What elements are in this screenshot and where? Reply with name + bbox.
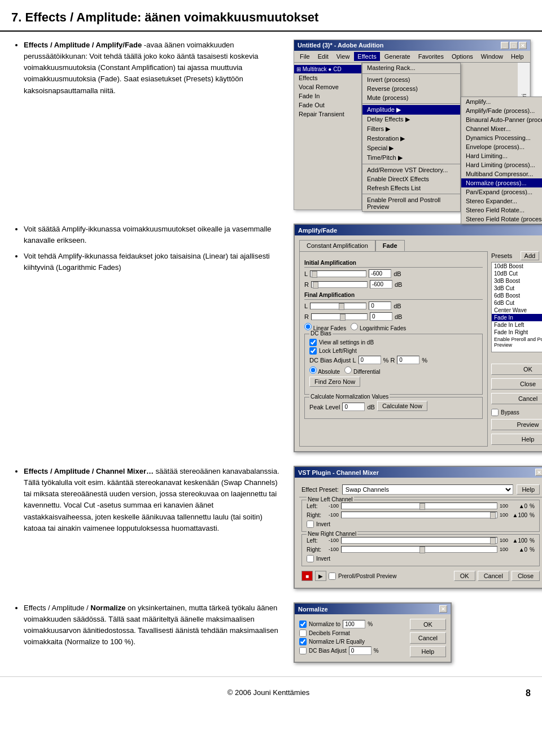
preset-preroll[interactable]: Enable Preroll and Postroll Preview bbox=[492, 336, 542, 348]
sub-stereoexp[interactable]: Stereo Expander... bbox=[461, 196, 542, 206]
absolute-radio[interactable] bbox=[309, 366, 317, 374]
sub-amplify[interactable]: Amplify... bbox=[461, 97, 542, 106]
sub-hardlim[interactable]: Hard Limiting... bbox=[461, 151, 542, 160]
close-btn[interactable]: ✕ bbox=[519, 42, 527, 49]
left-left-slider[interactable] bbox=[341, 502, 497, 509]
ok-btn[interactable]: OK bbox=[491, 364, 542, 375]
sub-normalize[interactable]: Normalize (process)... bbox=[461, 178, 542, 187]
channel-ok-btn[interactable]: OK bbox=[454, 571, 475, 581]
stop-btn[interactable]: ■ bbox=[301, 571, 313, 581]
tab-fade[interactable]: Fade bbox=[375, 240, 405, 251]
sub-stereorot[interactable]: Stereo Field Rotate... bbox=[461, 206, 542, 215]
close-btn[interactable]: Close bbox=[491, 378, 542, 390]
sub-multiband[interactable]: Multiband Compressor... bbox=[461, 169, 542, 178]
menu-mute[interactable]: Mute (process) bbox=[362, 93, 460, 102]
final-R-input[interactable] bbox=[370, 312, 392, 321]
norm-lr-checkbox[interactable] bbox=[299, 638, 307, 645]
menu-amplitude[interactable]: Amplitude ▶ bbox=[362, 105, 460, 115]
menu-timepitch[interactable]: Time/Pitch ▶ bbox=[362, 153, 460, 163]
view-all-checkbox[interactable] bbox=[309, 339, 317, 346]
preroll-checkbox[interactable] bbox=[329, 573, 336, 580]
menu-help[interactable]: Help bbox=[508, 52, 527, 61]
menu-filters[interactable]: Filters ▶ bbox=[362, 124, 460, 134]
preset-fade-in[interactable]: Fade In bbox=[492, 314, 542, 321]
calc-now-btn[interactable]: Calculate Now bbox=[377, 401, 427, 411]
sub-channelmixer[interactable]: Channel Mixer... bbox=[461, 124, 542, 133]
menu-invert[interactable]: Invert (process) bbox=[362, 75, 460, 84]
init-R-slider[interactable] bbox=[311, 281, 368, 288]
menu-preroll[interactable]: Enable Preroll and Postroll Preview bbox=[362, 195, 460, 211]
sub-dynamics[interactable]: Dynamics Processing... bbox=[461, 133, 542, 142]
final-R-slider[interactable] bbox=[311, 313, 368, 320]
invert1-checkbox[interactable] bbox=[307, 521, 314, 528]
menu-window[interactable]: Window bbox=[478, 52, 506, 61]
preset-fade-in-right[interactable]: Fade In Right bbox=[492, 329, 542, 336]
play-btn[interactable]: ▶ bbox=[315, 571, 326, 581]
menu-generate[interactable]: Generate bbox=[381, 52, 414, 61]
ch-close[interactable]: ✕ bbox=[535, 469, 542, 476]
init-L-input[interactable] bbox=[369, 269, 391, 278]
left-right-slider[interactable] bbox=[341, 512, 497, 518]
menu-file[interactable]: File bbox=[296, 52, 313, 61]
panel-fadein[interactable]: Fade In bbox=[294, 91, 361, 100]
menu-options[interactable]: Options bbox=[448, 52, 477, 61]
bypass-checkbox[interactable] bbox=[491, 409, 499, 416]
right-left-slider[interactable] bbox=[341, 537, 497, 544]
menu-refresh[interactable]: Refresh Effects List bbox=[362, 183, 460, 193]
find-zero-btn[interactable]: Find Zero Now bbox=[309, 377, 360, 387]
init-R-input[interactable] bbox=[370, 280, 392, 289]
minimize-btn[interactable]: _ bbox=[501, 42, 509, 49]
channel-cancel-btn[interactable]: Cancel bbox=[478, 571, 509, 581]
menu-directx[interactable]: Enable DirectX Effects bbox=[362, 174, 460, 183]
sub-stereorotproc[interactable]: Stereo Field Rotate (process)... bbox=[461, 215, 542, 224]
preset-10db-cut[interactable]: 10dB Cut bbox=[492, 270, 542, 277]
norm-help-btn[interactable]: Help bbox=[410, 646, 446, 657]
preset-6db-cut[interactable]: 6dB Cut bbox=[492, 299, 542, 307]
preset-6db-boost[interactable]: 6dB Boost bbox=[492, 292, 542, 299]
panel-repair[interactable]: Repair Transient bbox=[294, 110, 361, 119]
channel-help-btn[interactable]: Help bbox=[517, 484, 540, 495]
decibels-checkbox[interactable] bbox=[299, 630, 307, 637]
multitrack-btn[interactable]: ⊞ Multitrack ● CD bbox=[294, 65, 361, 73]
panel-vocal[interactable]: Vocal Remove bbox=[294, 82, 361, 91]
presets-add-btn[interactable]: Add bbox=[521, 251, 540, 260]
peak-level-input[interactable] bbox=[342, 403, 365, 411]
norm-close[interactable]: ✕ bbox=[439, 605, 447, 613]
effect-preset-select[interactable]: Swap Channels bbox=[342, 484, 514, 495]
tab-constant[interactable]: Constant Amplification bbox=[299, 240, 375, 251]
sub-amplifyfade[interactable]: Amplify/Fade (process)... bbox=[461, 106, 542, 115]
menu-special[interactable]: Special ▶ bbox=[362, 143, 460, 153]
final-L-input[interactable] bbox=[369, 301, 391, 310]
channel-close-btn[interactable]: Close bbox=[512, 571, 540, 581]
norm-ok-btn[interactable]: OK bbox=[410, 619, 446, 630]
final-L-slider[interactable] bbox=[310, 303, 366, 309]
right-right-slider[interactable] bbox=[341, 546, 497, 553]
differential-radio[interactable] bbox=[344, 366, 352, 374]
preset-fade-in-left[interactable]: Fade In Left bbox=[492, 321, 542, 329]
norm-cancel-btn[interactable]: Cancel bbox=[410, 632, 446, 644]
preset-3db-cut[interactable]: 3dB Cut bbox=[492, 285, 542, 292]
help-btn[interactable]: Help bbox=[491, 434, 542, 445]
sub-binaural[interactable]: Binaural Auto-Panner (process)... bbox=[461, 115, 542, 124]
preset-3db-boost[interactable]: 3dB Boost bbox=[492, 277, 542, 285]
panel-fadeout[interactable]: Fade Out bbox=[294, 100, 361, 110]
dc-adjust-L[interactable] bbox=[359, 356, 381, 364]
invert2-checkbox[interactable] bbox=[307, 555, 314, 562]
cancel-btn[interactable]: Cancel bbox=[491, 393, 542, 404]
norm-to-input[interactable] bbox=[343, 620, 365, 628]
dc-bias-norm-input[interactable] bbox=[349, 646, 371, 655]
dc-bias-norm-checkbox[interactable] bbox=[299, 647, 307, 654]
menu-vst[interactable]: Add/Remove VST Directory... bbox=[362, 165, 460, 174]
menu-favorites[interactable]: Favorites bbox=[415, 52, 447, 61]
preset-center-wave[interactable]: Center Wave bbox=[492, 307, 542, 314]
norm-to-checkbox[interactable] bbox=[299, 620, 307, 628]
sub-panexpand[interactable]: Pan/Expand (process)... bbox=[461, 187, 542, 196]
menu-view[interactable]: View bbox=[333, 52, 353, 61]
log-fade-radio[interactable] bbox=[351, 323, 358, 330]
panel-effects[interactable]: Effects bbox=[294, 73, 361, 82]
linear-fade-radio[interactable] bbox=[304, 323, 312, 330]
maximize-btn[interactable]: □ bbox=[510, 42, 518, 49]
menu-delay[interactable]: Delay Effects ▶ bbox=[362, 115, 460, 124]
preset-10db-boost[interactable]: 10dB Boost bbox=[492, 263, 542, 270]
init-L-slider[interactable] bbox=[310, 270, 366, 277]
